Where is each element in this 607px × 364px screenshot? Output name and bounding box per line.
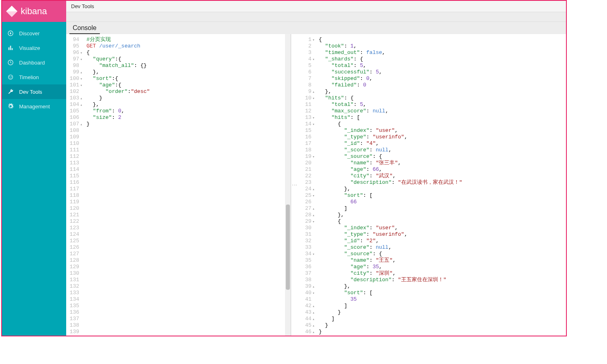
sidebar-item-dev-tools[interactable]: Dev Tools: [2, 84, 66, 99]
sidebar: kibana Discover Visualize Dashboard: [2, 1, 66, 336]
sidebar-item-dashboard[interactable]: Dashboard: [2, 55, 66, 70]
main-content: Dev Tools Console 949596▾97▾9899▴100▾101…: [66, 1, 566, 336]
sidebar-item-label: Discover: [19, 30, 40, 37]
response-gutter: 1▾234▾56789▴10▾111213▾14▾1516171819▾2021…: [298, 34, 317, 336]
sidebar-item-label: Timelion: [19, 74, 39, 80]
drag-handle-icon: ⋮: [292, 183, 298, 187]
compass-icon: [7, 30, 14, 37]
editor-area: 949596▾97▾9899▴100▾101▾102103▴104▴105106…: [66, 34, 566, 336]
wrench-icon: [7, 88, 14, 95]
sidebar-header: kibana: [2, 1, 66, 22]
top-bar: Dev Tools: [66, 1, 566, 12]
svg-point-5: [9, 75, 13, 80]
sidebar-item-timelion[interactable]: Timelion: [2, 70, 66, 84]
request-gutter: 949596▾97▾9899▴100▾101▾102103▴104▴105106…: [66, 34, 85, 336]
request-editor[interactable]: #分页实现GET /user/_search{ "query":{ "match…: [85, 34, 291, 336]
sidebar-item-management[interactable]: Management: [2, 99, 66, 114]
tab-row: Console: [66, 22, 566, 34]
response-pane[interactable]: 1▾234▾56789▴10▾111213▾14▾1516171819▾2021…: [298, 34, 566, 336]
pane-splitter[interactable]: ⋮: [291, 34, 298, 336]
gear-icon: [7, 103, 14, 110]
clock-icon: [7, 59, 14, 66]
svg-rect-1: [9, 47, 10, 50]
sidebar-item-label: Visualize: [19, 45, 40, 51]
scrollbar-thumb[interactable]: [286, 205, 290, 290]
sidebar-nav: Discover Visualize Dashboard Timelion: [2, 22, 66, 114]
svg-point-6: [9, 76, 10, 77]
sub-bar: [66, 12, 566, 22]
tab-console[interactable]: Console: [69, 23, 100, 34]
page-title: Dev Tools: [71, 3, 94, 9]
svg-point-7: [11, 76, 12, 77]
kibana-logo-icon: [6, 6, 17, 17]
sidebar-item-discover[interactable]: Discover: [2, 26, 66, 41]
brand-name: kibana: [21, 6, 47, 17]
sidebar-item-label: Management: [19, 103, 50, 110]
bar-chart-icon: [7, 44, 14, 52]
request-scrollbar[interactable]: [285, 34, 291, 336]
lion-icon: [7, 73, 14, 81]
response-viewer[interactable]: { "took": 1, "timed_out": false, "_shard…: [317, 34, 566, 336]
sidebar-item-label: Dev Tools: [19, 89, 42, 95]
sidebar-item-visualize[interactable]: Visualize: [2, 41, 66, 55]
app-frame: kibana Discover Visualize Dashboard: [1, 0, 567, 336]
sidebar-item-label: Dashboard: [19, 60, 45, 66]
request-pane[interactable]: 949596▾97▾9899▴100▾101▾102103▴104▴105106…: [66, 34, 291, 336]
svg-rect-2: [10, 46, 11, 50]
svg-rect-3: [12, 48, 13, 50]
